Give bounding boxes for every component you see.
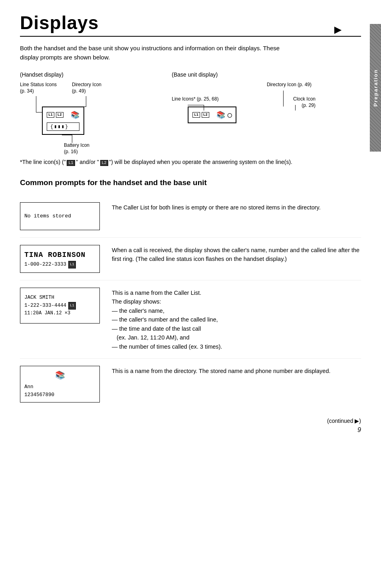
- section-heading: Common prompts for the handset and the b…: [20, 178, 361, 187]
- line1-badge-jack: L1: [68, 302, 76, 309]
- ann-number: 1234567890: [24, 391, 54, 399]
- prompt-desc-2: When a call is received, the display sho…: [112, 245, 361, 264]
- l2-icon: L2: [56, 112, 64, 118]
- battery-icon-handset: {▮▮▮}: [47, 122, 79, 131]
- directory-icon-handset-label: Directory Icon(p. 49): [72, 82, 101, 94]
- battery-connector-v: [72, 135, 72, 143]
- caller-name-big: TINA ROBINSON: [24, 249, 95, 261]
- battery-icon-label: Battery Icon(p. 16): [64, 142, 89, 155]
- line1-badge: L1: [68, 261, 76, 268]
- page-number: 9: [20, 426, 361, 434]
- book-icon-base: 📚: [216, 110, 225, 119]
- clock-icon-label: Clock Icon(p. 29): [293, 96, 316, 109]
- l1-icon: L1: [47, 112, 54, 118]
- handset-label: (Handset display): [20, 71, 64, 78]
- dir-icon-connector: [86, 96, 86, 107]
- intro-text: Both the handset and the base unit show …: [20, 44, 300, 62]
- line-icons-base-label: Line Icons* (p. 25, 68): [172, 96, 218, 103]
- base-label: (Base unit display): [172, 71, 218, 78]
- no-items-text: No items stored: [24, 212, 95, 221]
- dir-base-v-connector: [283, 91, 284, 107]
- handset-display-block: (Handset display) Line Status Icons(p. 3…: [20, 71, 144, 152]
- jack-number: 1-222-333-4444 L1: [24, 302, 95, 310]
- display-diagrams: (Handset display) Line Status Icons(p. 3…: [20, 71, 361, 152]
- side-tab: Preparation: [370, 24, 381, 152]
- prompt-display-3: JACK SMITH 1-222-333-4444 L1 11:20A JAN.…: [20, 288, 100, 324]
- prompt-display-1: No items stored: [20, 202, 100, 230]
- line-icons-h-connector: [188, 105, 204, 105]
- prompt-desc-1: The Caller List for both lines is empty …: [112, 202, 361, 212]
- page-title: Displays: [20, 12, 361, 37]
- base-l1-icon: L1: [192, 112, 200, 118]
- jack-datetime: 11:20A JAN.12 ×3: [24, 310, 95, 317]
- clock-v-connector: [295, 105, 296, 110]
- caller-number-1: 1-000-222-3333 L1: [24, 260, 95, 268]
- prompts-grid: No items stored The Caller List for both…: [20, 195, 361, 410]
- prompt-row-4: 📚 Ann 1234567890 This is a name from the…: [20, 359, 361, 410]
- dir-book-icon: 📚: [55, 369, 65, 382]
- line-status-h-connector: [36, 112, 42, 112]
- directory-icon-base-label: Directory Icon (p. 49): [267, 82, 312, 88]
- battery-connector-h: [62, 135, 72, 135]
- base-l2-icon: L2: [202, 112, 209, 118]
- side-tab-label: Preparation: [373, 69, 379, 107]
- prompt-row-3: JACK SMITH 1-222-333-4444 L1 11:20A JAN.…: [20, 280, 361, 359]
- prompt-desc-3: This is a name from the Caller List. The…: [112, 288, 361, 351]
- line-status-label: Line Status Icons(p. 34): [20, 82, 57, 94]
- clock-icon-base: ◯: [228, 110, 232, 119]
- line-status-connector: [36, 96, 36, 112]
- book-icon-handset: 📚: [71, 110, 79, 119]
- arrow-icon: ▶: [334, 25, 341, 35]
- handset-lcd: L1 L2 📚 {▮▮▮}: [42, 107, 84, 135]
- base-lcd: L1 L2 📚 ◯: [188, 107, 236, 123]
- jack-smith-name: JACK SMITH: [24, 294, 95, 302]
- ann-name: Ann: [24, 383, 34, 391]
- footnote: *The line icon(s) (" L1 " and/or " L2 ")…: [20, 158, 319, 166]
- prompt-row-1: No items stored The Caller List for both…: [20, 195, 361, 238]
- base-display-block: (Base unit display) Directory Icon (p. 4…: [172, 71, 316, 152]
- prompt-desc-4: This is a name from the directory. The s…: [112, 366, 361, 375]
- prompt-display-4: 📚 Ann 1234567890: [20, 366, 100, 403]
- prompt-row-2: TINA ROBINSON 1-000-222-3333 L1 When a c…: [20, 238, 361, 280]
- prompt-display-2: TINA ROBINSON 1-000-222-3333 L1: [20, 245, 100, 273]
- line-icons-v-connector: [204, 105, 204, 110]
- continued-footer: (continued ▶): [20, 418, 361, 424]
